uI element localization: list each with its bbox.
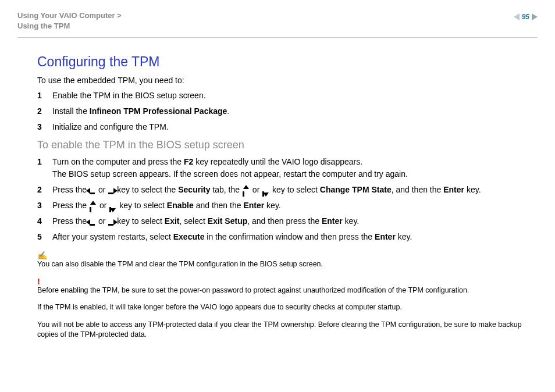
arrow-down-icon (109, 204, 116, 209)
item-text: Press the or key to select the Security … (52, 184, 481, 196)
item-text: Turn on the computer and press the F2 ke… (52, 156, 408, 180)
item-number: 1 (37, 90, 52, 102)
breadcrumb: Using Your VAIO Computer > Using the TPM (17, 10, 122, 31)
page-title: Configuring the TPM (37, 54, 532, 70)
warning-icon: ! (37, 277, 532, 286)
overview-list: 1 Enable the TPM in the BIOS setup scree… (37, 90, 532, 133)
section-subheading: To enable the TPM in the BIOS setup scre… (37, 139, 532, 151)
intro-text: To use the embedded TPM, you need to: (37, 76, 532, 85)
list-item: 3 Press the or key to select Enable and … (37, 199, 532, 212)
arrow-up-icon (90, 204, 97, 209)
item-text: Install the Infineon TPM Professional Pa… (52, 105, 229, 117)
arrow-right-icon (108, 219, 114, 226)
note-text: Before enabling the TPM, be sure to set … (37, 286, 532, 296)
prev-page-icon[interactable] (514, 13, 520, 20)
page-header: Using Your VAIO Computer > Using the TPM… (17, 10, 538, 31)
note-text: You can also disable the TPM and clear t… (37, 259, 532, 270)
item-text: After your system restarts, select Execu… (52, 231, 412, 243)
item-number: 4 (37, 215, 52, 227)
arrow-left-icon (90, 187, 95, 194)
arrow-left-icon (90, 219, 95, 226)
list-item: 5 After your system restarts, select Exe… (37, 231, 532, 243)
list-item: 1 Enable the TPM in the BIOS setup scree… (37, 90, 532, 102)
pager: 95 (514, 10, 538, 21)
arrow-up-icon (243, 188, 250, 194)
arrow-right-icon (108, 187, 114, 194)
item-text: Press the or key to select Exit, select … (52, 215, 359, 227)
note-text: You will not be able to access any TPM-p… (37, 320, 532, 340)
header-divider (17, 37, 538, 38)
item-number: 2 (37, 105, 52, 117)
item-text: Enable the TPM in the BIOS setup screen. (52, 90, 206, 102)
notes-section: ✍ You can also disable the TPM and clear… (37, 251, 532, 340)
item-text: Initialize and configure the TPM. (52, 121, 169, 133)
breadcrumb-line2: Using the TPM (17, 22, 70, 30)
item-number: 2 (37, 184, 52, 196)
steps-list: 1 Turn on the computer and press the F2 … (37, 156, 532, 243)
list-item: 1 Turn on the computer and press the F2 … (37, 156, 532, 180)
item-text: Press the or key to select Enable and th… (52, 199, 281, 212)
item-number: 5 (37, 231, 52, 243)
item-number: 3 (37, 199, 52, 212)
content-area: Configuring the TPM To use the embedded … (17, 54, 538, 340)
page-number: 95 (522, 13, 529, 21)
item-number: 3 (37, 121, 52, 133)
item-number: 1 (37, 156, 52, 180)
note-icon: ✍ (37, 251, 532, 259)
arrow-down-icon (262, 188, 269, 194)
next-page-icon[interactable] (532, 13, 538, 20)
note-text: If the TPM is enabled, it will take long… (37, 302, 532, 313)
list-item: 2 Press the or key to select the Securit… (37, 184, 532, 196)
list-item: 3 Initialize and configure the TPM. (37, 121, 532, 133)
list-item: 2 Install the Infineon TPM Professional … (37, 105, 532, 117)
list-item: 4 Press the or key to select Exit, selec… (37, 215, 532, 227)
breadcrumb-line1: Using Your VAIO Computer > (17, 11, 122, 20)
